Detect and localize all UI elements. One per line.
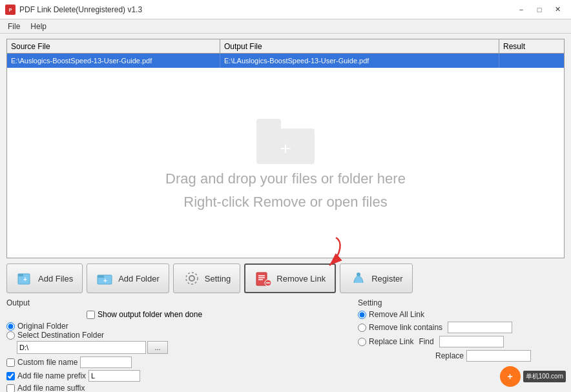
path-row: ... — [17, 341, 345, 354]
replace-link-label[interactable]: Replace Link — [369, 337, 413, 346]
watermark-badge: + — [500, 366, 521, 387]
button-row: + Add Files + Add Folder S — [6, 263, 565, 293]
add-folder-button[interactable]: + Add Folder — [87, 263, 169, 293]
setting-label: Setting — [358, 298, 565, 307]
column-output: Output File — [220, 39, 499, 53]
show-output-row: Show output folder when done — [6, 310, 345, 319]
replace-link-radio[interactable] — [358, 338, 366, 346]
add-suffix-label[interactable]: Add file name suffix — [17, 384, 85, 392]
column-result: Result — [499, 39, 564, 53]
setting-icon — [183, 269, 201, 287]
add-prefix-checkbox[interactable] — [6, 372, 15, 380]
drop-text-line1: Drag and drop your files or folder here — [165, 170, 406, 187]
replace-input[interactable] — [466, 350, 531, 362]
original-folder-row: Original Folder — [6, 322, 345, 331]
result-cell — [499, 54, 564, 68]
svg-point-17 — [357, 273, 360, 276]
watermark: + 单机100.com — [500, 366, 566, 387]
svg-point-8 — [189, 276, 194, 281]
add-files-button[interactable]: + Add Files — [6, 263, 83, 293]
svg-point-9 — [186, 273, 198, 284]
remove-link-icon — [254, 269, 273, 287]
replace-label-text: Replace — [435, 351, 464, 360]
prefix-input[interactable] — [88, 370, 140, 382]
column-source: Source File — [7, 39, 220, 53]
add-folder-label: Add Folder — [118, 274, 160, 284]
window-controls: − □ ✕ — [513, 3, 566, 16]
close-button[interactable]: ✕ — [549, 3, 566, 16]
custom-filename-label[interactable]: Custom file name — [17, 358, 78, 367]
add-prefix-label[interactable]: Add file name prefix — [17, 371, 86, 380]
add-folder-icon: + — [96, 269, 114, 287]
custom-filename-checkbox[interactable] — [6, 358, 15, 367]
drop-text-line2: Right-click Remove or open files — [183, 194, 387, 211]
show-output-label[interactable]: Show output folder when done — [98, 310, 202, 319]
setting-label: Setting — [205, 274, 231, 284]
add-files-label: Add Files — [38, 274, 73, 284]
register-icon — [349, 269, 368, 287]
remove-link-label: Remove Link — [276, 274, 326, 284]
file-table-header: Source File Output File Result — [7, 39, 564, 54]
remove-link-button[interactable]: Remove Link — [244, 263, 336, 293]
destination-folder-row: Select Destination Folder — [6, 331, 345, 340]
custom-filename-checkbox-row: Custom file name — [6, 356, 345, 368]
title-bar: P PDF Link Delete(Unregistered) v1.3 − □… — [0, 0, 571, 19]
remove-link-contains-radio[interactable] — [358, 324, 366, 332]
file-list-container: Source File Output File Result E:\Auslog… — [6, 39, 565, 258]
svg-rect-3 — [18, 274, 23, 276]
output-label: Output — [6, 298, 345, 307]
contains-input[interactable] — [448, 322, 512, 333]
find-input[interactable] — [439, 336, 504, 347]
menu-bar: File Help — [0, 19, 571, 34]
folder-icon: + — [256, 119, 315, 164]
replace-row: Replace — [435, 350, 565, 362]
bottom-section: Output Show output folder when done Orig… — [6, 298, 565, 392]
drop-zone[interactable]: + Drag and drop your files or folder her… — [7, 72, 564, 258]
path-input[interactable] — [17, 341, 146, 354]
app-icon: P — [5, 5, 16, 15]
remove-all-link-row: Remove All Link — [358, 310, 565, 319]
prefix-row: Add file name prefix — [6, 370, 345, 382]
minimize-button[interactable]: − — [513, 3, 530, 16]
destination-folder-radio[interactable] — [6, 331, 15, 340]
svg-text:+: + — [103, 277, 107, 284]
show-output-checkbox[interactable] — [87, 311, 95, 319]
main-content: Source File Output File Result E:\Auslog… — [0, 34, 571, 392]
window-title: PDF Link Delete(Unregistered) v1.3 — [19, 5, 142, 14]
remove-link-contains-label[interactable]: Remove link contains — [369, 323, 442, 332]
register-button[interactable]: Register — [340, 263, 412, 293]
output-section: Output Show output folder when done Orig… — [6, 298, 345, 392]
custom-filename-input[interactable] — [80, 356, 132, 368]
find-label: Find — [419, 337, 433, 346]
menu-file[interactable]: File — [3, 21, 25, 32]
replace-link-row: Replace Link Find — [358, 336, 565, 347]
suffix-row: Add file name suffix — [6, 384, 345, 392]
menu-help[interactable]: Help — [25, 21, 52, 32]
svg-text:+: + — [23, 276, 27, 283]
remove-link-contains-row: Remove link contains — [358, 322, 565, 333]
setting-button[interactable]: Setting — [173, 263, 240, 293]
svg-text:P: P — [9, 8, 12, 12]
remove-all-link-label[interactable]: Remove All Link — [369, 310, 424, 319]
output-file-cell: E:\LAuslogics-BoostSpeed-13-User-Guide.p… — [220, 54, 499, 68]
remove-all-link-radio[interactable] — [358, 311, 366, 319]
table-row[interactable]: E:\Auslogics-BoostSpeed-13-User-Guide.pd… — [7, 54, 564, 68]
source-file-cell: E:\Auslogics-BoostSpeed-13-User-Guide.pd… — [7, 54, 220, 68]
watermark-text: 单机100.com — [523, 371, 566, 382]
custom-filename-row: Custom file name — [6, 356, 345, 368]
browse-button[interactable]: ... — [147, 341, 168, 354]
remove-link-wrapper: Remove Link — [244, 263, 336, 293]
title-bar-left: P PDF Link Delete(Unregistered) v1.3 — [5, 5, 142, 15]
add-files-icon: + — [16, 269, 34, 287]
original-folder-radio[interactable] — [6, 322, 15, 331]
maximize-button[interactable]: □ — [531, 3, 548, 16]
add-suffix-checkbox[interactable] — [6, 384, 15, 393]
destination-folder-label[interactable]: Select Destination Folder — [17, 331, 104, 340]
register-label: Register — [371, 274, 402, 284]
original-folder-label[interactable]: Original Folder — [17, 322, 68, 331]
